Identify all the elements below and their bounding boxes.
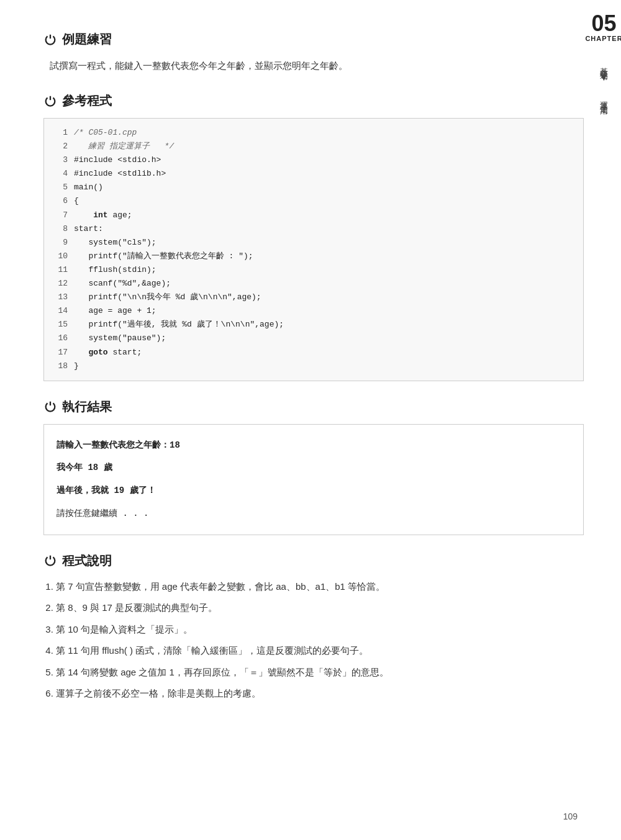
line-number: 9 bbox=[54, 236, 68, 250]
line-content: { bbox=[74, 194, 79, 208]
description-item: 第 10 句是輸入資料之「提示」。 bbox=[56, 621, 584, 639]
intro-text: 試撰寫一程式，能鍵入一整數代表您今年之年齡，並顯示您明年之年齡。 bbox=[50, 56, 584, 75]
line-content: scanf("%d",&age); bbox=[74, 277, 171, 291]
line-content: int age; bbox=[74, 209, 132, 222]
output-line: 我今年 18 歲 bbox=[57, 458, 571, 477]
code-line: 6{ bbox=[54, 194, 573, 208]
description-item: 第 8、9 與 17 是反覆測試的典型句子。 bbox=[56, 599, 584, 617]
line-number: 17 bbox=[54, 346, 68, 359]
code-line: 14 age = age + 1; bbox=[54, 304, 573, 318]
power-icon-4 bbox=[43, 554, 57, 567]
code-line: 17 goto start; bbox=[54, 346, 573, 359]
line-content: system("pause"); bbox=[74, 332, 166, 345]
code-line: 10 printf("請輸入一整數代表您之年齡 : "); bbox=[54, 250, 573, 263]
line-content: printf("過年後, 我就 %d 歲了！\n\n\n",age); bbox=[74, 318, 284, 332]
line-number: 15 bbox=[54, 318, 68, 332]
code-line: 9 system("cls"); bbox=[54, 236, 573, 250]
code-line: 5main() bbox=[54, 181, 573, 194]
code-line: 7 int age; bbox=[54, 209, 573, 222]
page-number: 109 bbox=[563, 811, 578, 821]
description-list: 第 7 句宣告整數變數，用 age 代表年齡之變數，會比 aa、bb、a1、b1… bbox=[56, 578, 584, 703]
line-content: goto start; bbox=[74, 346, 142, 359]
code-block: 1/* C05-01.cpp2 練習 指定運算子 */3#include <st… bbox=[43, 118, 584, 381]
line-number: 7 bbox=[54, 209, 68, 222]
power-icon-1 bbox=[43, 33, 57, 47]
line-content: printf("\n\n我今年 %d 歲\n\n\n",age); bbox=[74, 291, 261, 304]
section1-header: 例題練習 bbox=[43, 31, 584, 48]
line-number: 12 bbox=[54, 277, 68, 291]
code-line: 8start: bbox=[54, 222, 573, 236]
description-item: 運算子之前後不必空一格，除非是美觀上的考慮。 bbox=[56, 685, 584, 703]
section1-title: 例題練習 bbox=[62, 31, 112, 48]
code-line: 16 system("pause"); bbox=[54, 332, 573, 345]
section4-header: 程式說明 bbox=[43, 553, 584, 569]
code-line: 11 fflush(stdin); bbox=[54, 263, 573, 277]
code-line: 4#include <stdlib.h> bbox=[54, 167, 573, 181]
description-item: 第 7 句宣告整數變數，用 age 代表年齡之變數，會比 aa、bb、a1、b1… bbox=[56, 578, 584, 596]
code-line: 18} bbox=[54, 359, 573, 373]
chapter-label: CHAPTER bbox=[585, 35, 621, 42]
section2-title: 參考程式 bbox=[62, 93, 112, 109]
line-number: 16 bbox=[54, 332, 68, 345]
code-line: 2 練習 指定運算子 */ bbox=[54, 140, 573, 153]
line-content: 練習 指定運算子 */ bbox=[74, 140, 174, 153]
line-number: 5 bbox=[54, 181, 68, 194]
line-content: main() bbox=[74, 181, 103, 194]
line-content: } bbox=[74, 359, 79, 373]
code-line: 15 printf("過年後, 我就 %d 歲了！\n\n\n",age); bbox=[54, 318, 573, 332]
sidebar-arrow: ▼ bbox=[599, 72, 609, 83]
sidebar-text2: 運算子之使用 bbox=[599, 94, 610, 102]
section2-header: 參考程式 bbox=[43, 93, 584, 109]
line-content: system("cls"); bbox=[74, 236, 156, 250]
line-content: #include <stdio.h> bbox=[74, 153, 161, 167]
code-line: 12 scanf("%d",&age); bbox=[54, 277, 573, 291]
line-content: #include <stdlib.h> bbox=[74, 167, 166, 181]
line-content: /* C05-01.cpp bbox=[74, 126, 137, 140]
power-icon-2 bbox=[43, 94, 57, 108]
power-icon-3 bbox=[43, 400, 57, 413]
line-number: 2 bbox=[54, 140, 68, 153]
description-item: 第 11 句用 fflush( ) 函式，清除「輸入緩衝區」，這是反覆測試的必要… bbox=[56, 642, 584, 660]
code-line: 3#include <stdio.h> bbox=[54, 153, 573, 167]
line-content: fflush(stdin); bbox=[74, 263, 156, 277]
line-number: 18 bbox=[54, 359, 68, 373]
line-content: start: bbox=[74, 222, 103, 236]
section3-title: 執行結果 bbox=[62, 399, 112, 415]
output-line: 過年後，我就 19 歲了！ bbox=[57, 481, 571, 500]
line-number: 1 bbox=[54, 126, 68, 140]
line-number: 11 bbox=[54, 263, 68, 277]
section3-header: 執行結果 bbox=[43, 399, 584, 415]
output-block: 請輸入一整數代表您之年齡：18我今年 18 歲過年後，我就 19 歲了！請按任意… bbox=[43, 424, 584, 535]
sidebar-text1: 基本敘述句 bbox=[599, 61, 610, 67]
output-line: 請按任意鍵繼續 . . . bbox=[57, 504, 571, 523]
output-line: 請輸入一整數代表您之年齡：18 bbox=[57, 436, 571, 455]
line-number: 3 bbox=[54, 153, 68, 167]
line-number: 14 bbox=[54, 304, 68, 318]
code-line: 1/* C05-01.cpp bbox=[54, 126, 573, 140]
code-line: 13 printf("\n\n我今年 %d 歲\n\n\n",age); bbox=[54, 291, 573, 304]
line-number: 13 bbox=[54, 291, 68, 304]
right-sidebar: 05 CHAPTER 基本敘述句 ▼ 運算子之使用 bbox=[587, 0, 621, 840]
line-content: printf("請輸入一整數代表您之年齡 : "); bbox=[74, 250, 253, 263]
chapter-number: 05 bbox=[591, 12, 616, 35]
description-item: 第 14 句將變數 age 之值加 1，再存回原位，「＝」號顯然不是「等於」的意… bbox=[56, 664, 584, 682]
line-number: 4 bbox=[54, 167, 68, 181]
line-number: 8 bbox=[54, 222, 68, 236]
line-number: 6 bbox=[54, 194, 68, 208]
section4-title: 程式說明 bbox=[62, 553, 112, 569]
line-number: 10 bbox=[54, 250, 68, 263]
line-content: age = age + 1; bbox=[74, 304, 156, 318]
